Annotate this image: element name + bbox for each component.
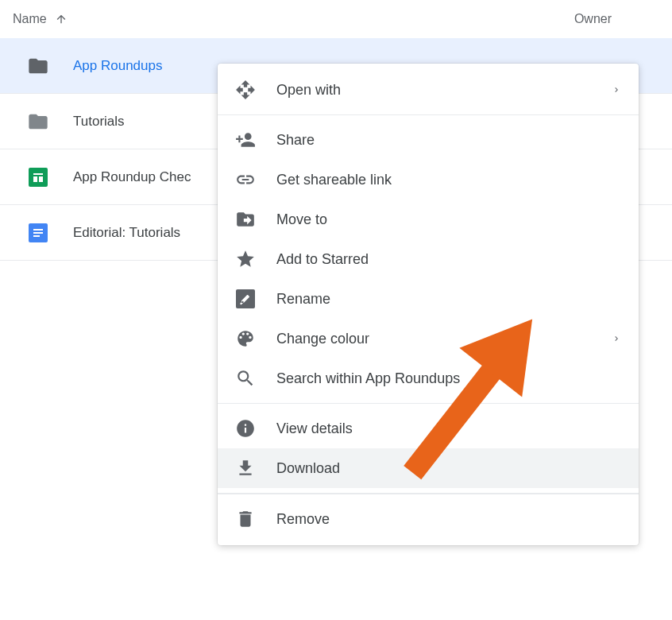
sheets-icon — [27, 166, 49, 188]
menu-share[interactable]: Share — [218, 120, 639, 160]
docs-icon — [27, 222, 49, 244]
menu-download[interactable]: Download — [218, 448, 639, 488]
folder-icon — [27, 55, 49, 77]
menu-label: Search within App Roundups — [276, 370, 460, 387]
menu-label: Rename — [276, 291, 330, 308]
menu-separator — [218, 493, 639, 494]
chevron-right-icon — [612, 334, 621, 343]
chevron-right-icon — [612, 85, 621, 95]
menu-label: View details — [276, 420, 353, 437]
rename-icon — [235, 289, 256, 309]
column-headers: Name Owner — [0, 0, 672, 38]
menu-label: Change colour — [276, 331, 369, 347]
menu-label: Add to Starred — [276, 251, 369, 268]
file-name: App Roundups — [73, 58, 162, 74]
owner-column-label: Owner — [574, 12, 612, 25]
move-icon — [235, 79, 256, 100]
info-icon — [235, 418, 256, 439]
context-menu: Open with Share Get shareable link Move … — [218, 64, 639, 545]
palette-icon — [235, 328, 256, 349]
menu-remove[interactable]: Remove — [218, 499, 639, 539]
menu-label: Share — [276, 132, 315, 149]
svg-rect-0 — [29, 168, 48, 187]
menu-label: Download — [276, 460, 340, 477]
menu-move-to[interactable]: Move to — [218, 200, 639, 239]
menu-separator — [218, 403, 639, 404]
trash-icon — [235, 509, 256, 529]
menu-rename[interactable]: Rename — [218, 279, 639, 319]
download-icon — [235, 458, 256, 479]
folder-move-icon — [235, 209, 256, 230]
star-icon — [235, 249, 256, 269]
menu-view-details[interactable]: View details — [218, 409, 639, 448]
menu-label: Open with — [276, 82, 341, 99]
link-icon — [235, 169, 256, 190]
menu-label: Remove — [276, 511, 330, 528]
menu-search-within[interactable]: Search within App Roundups — [218, 358, 639, 398]
file-name: App Roundup Chec — [73, 169, 191, 185]
menu-add-to-starred[interactable]: Add to Starred — [218, 239, 639, 279]
menu-label: Get shareable link — [276, 172, 392, 188]
column-name[interactable]: Name — [13, 12, 68, 26]
menu-get-shareable-link[interactable]: Get shareable link — [218, 160, 639, 200]
file-name: Tutorials — [73, 114, 125, 130]
menu-change-colour[interactable]: Change colour — [218, 319, 639, 358]
column-owner[interactable]: Owner — [574, 12, 659, 26]
sort-arrow-up-icon — [55, 13, 68, 25]
file-name: Editorial: Tutorials — [73, 225, 180, 241]
search-icon — [235, 368, 256, 389]
name-column-label: Name — [13, 12, 47, 26]
folder-icon — [27, 110, 49, 133]
menu-open-with[interactable]: Open with — [218, 70, 639, 110]
person-add-icon — [235, 130, 256, 150]
menu-separator — [218, 114, 639, 115]
menu-label: Move to — [276, 211, 327, 228]
